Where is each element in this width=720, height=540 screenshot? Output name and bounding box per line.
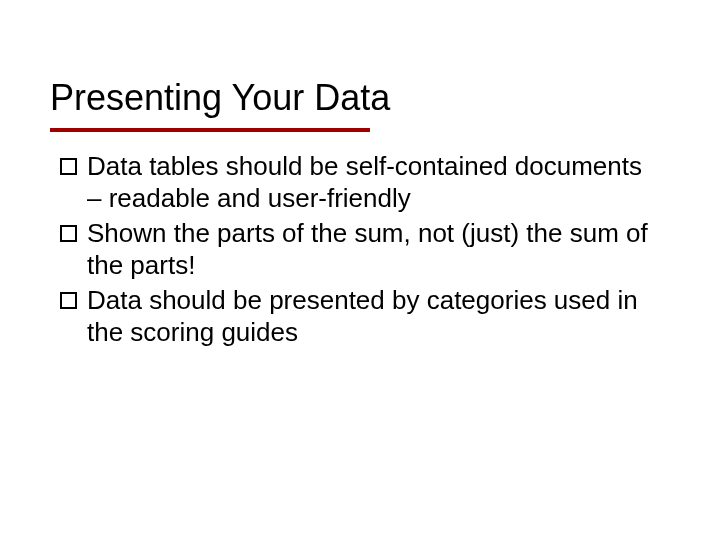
title-section: Presenting Your Data [0, 0, 720, 132]
bullet-text: Shown the parts of the sum, not (just) t… [87, 217, 660, 282]
slide-container: Presenting Your Data Data tables should … [0, 0, 720, 540]
checkbox-bullet-icon [60, 225, 77, 242]
checkbox-bullet-icon [60, 158, 77, 175]
bullet-text: Data should be presented by categories u… [87, 284, 660, 349]
page-title: Presenting Your Data [50, 78, 670, 126]
checkbox-bullet-icon [60, 292, 77, 309]
list-item: Shown the parts of the sum, not (just) t… [60, 217, 660, 282]
list-item: Data tables should be self-contained doc… [60, 150, 660, 215]
list-item: Data should be presented by categories u… [60, 284, 660, 349]
content-area: Data tables should be self-contained doc… [0, 132, 720, 349]
bullet-text: Data tables should be self-contained doc… [87, 150, 660, 215]
bullet-list: Data tables should be self-contained doc… [60, 150, 660, 349]
